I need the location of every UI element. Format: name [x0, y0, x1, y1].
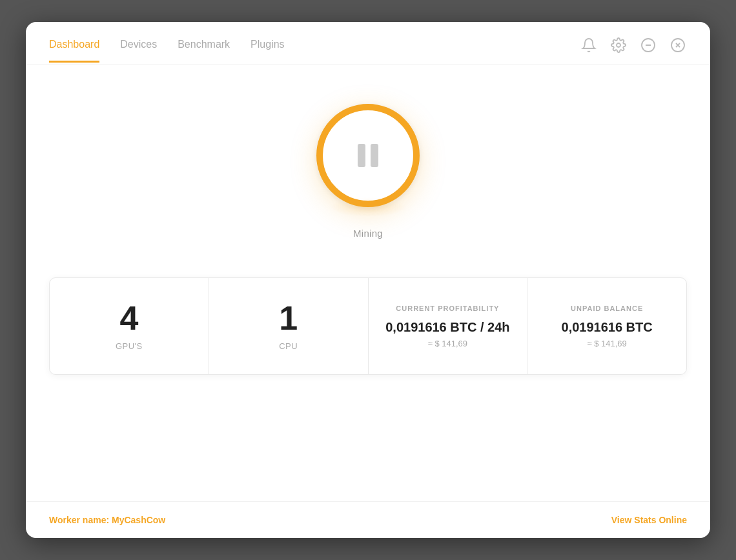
profitability-sub: ≈ $ 141,69 — [428, 339, 467, 348]
tab-plugins[interactable]: Plugins — [250, 39, 284, 63]
nav-tabs: Dashboard Devices Benchmark Plugins — [49, 39, 285, 63]
balance-value: 0,0191616 BTC — [562, 320, 653, 335]
view-stats-link[interactable]: View Stats Online — [611, 515, 687, 525]
header-actions — [580, 36, 687, 65]
gpu-unit: GPU'S — [116, 341, 143, 351]
stat-card-cpu: 1 CPU — [209, 278, 369, 374]
stat-card-gpus: 4 GPU'S — [50, 278, 209, 374]
app-window: Dashboard Devices Benchmark Plugins — [26, 22, 710, 538]
stat-card-profitability: CURRENT PROFITABILITY 0,0191616 BTC / 24… — [369, 278, 528, 374]
profitability-label: CURRENT PROFITABILITY — [396, 305, 499, 312]
worker-name: Worker name: MyCashCow — [49, 515, 165, 525]
stats-row: 4 GPU'S 1 CPU CURRENT PROFITABILITY 0,01… — [49, 277, 687, 375]
profitability-value: 0,0191616 BTC / 24h — [385, 320, 509, 335]
main-content: Mining 4 GPU'S 1 CPU CURRENT PROFITABILI… — [26, 65, 710, 501]
gear-icon[interactable] — [609, 36, 628, 54]
svg-point-0 — [617, 43, 620, 47]
close-icon[interactable] — [669, 36, 687, 54]
stat-card-balance: UNPAID BALANCE 0,0191616 BTC ≈ $ 141,69 — [527, 278, 686, 374]
tab-benchmark[interactable]: Benchmark — [178, 39, 230, 63]
tab-devices[interactable]: Devices — [120, 39, 157, 63]
tab-dashboard[interactable]: Dashboard — [49, 39, 99, 63]
balance-sub: ≈ $ 141,69 — [587, 339, 626, 348]
pause-bar-left — [358, 144, 365, 167]
header: Dashboard Devices Benchmark Plugins — [26, 22, 710, 65]
worker-name-value: MyCashCow — [112, 515, 165, 525]
cpu-count: 1 — [279, 301, 298, 335]
mining-status-label: Mining — [353, 228, 383, 239]
bell-icon[interactable] — [580, 36, 598, 54]
pause-bar-right — [371, 144, 378, 167]
cpu-unit: CPU — [279, 341, 298, 351]
gpu-count: 4 — [119, 301, 138, 335]
footer: Worker name: MyCashCow View Stats Online — [26, 501, 710, 538]
balance-label: UNPAID BALANCE — [571, 305, 643, 312]
mining-toggle-button[interactable] — [316, 104, 420, 207]
pause-icon — [358, 144, 378, 167]
worker-prefix: Worker name: — [49, 515, 112, 525]
mining-button-wrapper: Mining — [316, 104, 420, 239]
minimize-icon[interactable] — [639, 36, 657, 54]
